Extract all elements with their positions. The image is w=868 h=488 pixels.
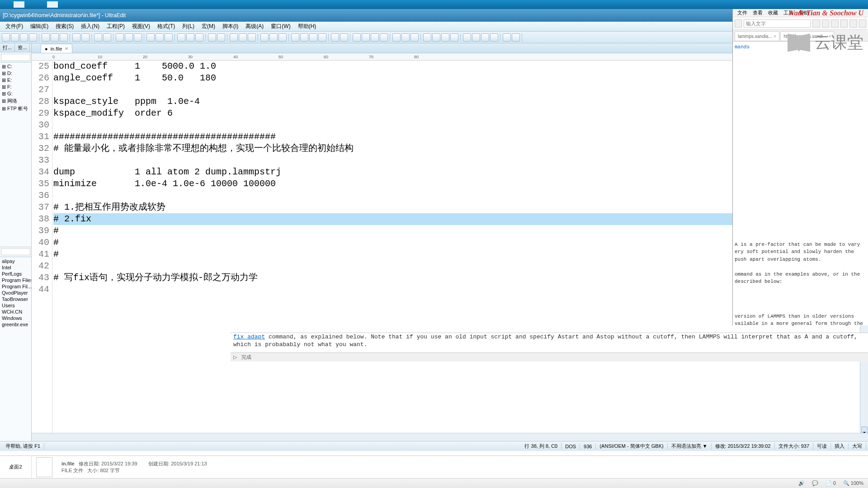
toolbar-button[interactable] [51,33,59,42]
sidebar-search-input[interactable] [1,54,30,61]
drive-item[interactable]: ⊞ C: [1,63,30,70]
toolbar-button[interactable] [72,33,80,42]
toolbar-button[interactable] [410,33,419,42]
toolbar-button[interactable] [472,33,480,42]
toolbar-button[interactable] [230,33,238,42]
drive-item[interactable]: ⊞ E: [1,77,30,84]
horizontal-scrollbar[interactable] [32,433,868,441]
menu-item[interactable]: 工程(P) [103,22,128,31]
download-icon[interactable] [840,19,848,28]
toolbar-button[interactable] [309,33,317,42]
toolbar-button[interactable] [195,33,203,42]
chat-icon[interactable]: 💬 [812,480,818,486]
toolbar-button[interactable] [217,33,225,42]
toolbar-button[interactable] [269,33,278,42]
folder-item[interactable]: Windows [1,315,30,321]
folder-item[interactable]: QvodPlayer [1,290,30,296]
toolbar-button[interactable] [362,33,370,42]
drive-item[interactable]: ⊞ FTP 帐号 [1,105,30,113]
toolbar-button[interactable] [146,33,155,42]
toolbar-button[interactable] [503,33,511,42]
fullscreen-icon[interactable] [849,19,857,28]
tab-close-icon[interactable]: ✕ [65,46,68,51]
menu-item[interactable]: 帮助(H) [294,22,320,31]
folder-item[interactable]: Program Fil... [1,283,30,290]
toolbar-button[interactable] [463,33,471,42]
toolbar-button[interactable] [318,33,326,42]
menu-item[interactable]: 高级(A) [242,22,267,31]
folder-item[interactable]: alipay [1,258,30,264]
scroll-down-icon[interactable]: ▼ [861,427,868,433]
toolbar-button[interactable] [2,33,10,42]
favorite-icon[interactable] [859,19,866,28]
toolbar-button[interactable] [81,33,90,42]
toolbar-button[interactable] [29,33,37,42]
drive-item[interactable]: ⊞ D: [1,70,30,77]
toolbar-button[interactable] [156,33,164,42]
sidebar-filter-input[interactable] [1,248,30,255]
play-icon[interactable]: ▷ [233,354,237,360]
browser-menu-item[interactable]: 文件 [737,9,747,16]
toolbar-button[interactable] [11,33,19,42]
toolbar-button[interactable] [490,33,498,42]
doc-link[interactable]: fix adapt [233,333,265,340]
toolbar-button[interactable] [331,33,339,42]
folder-item[interactable]: PerfLogs [1,271,30,277]
content-link[interactable]: mands [735,44,750,50]
address-input[interactable] [744,19,811,28]
editor-tab[interactable]: ● in.file ✕ [41,44,72,53]
toolbar-button[interactable] [300,33,308,42]
toolbar-button[interactable] [353,33,361,42]
taskbar-icon[interactable] [14,1,24,8]
toolbar-button[interactable] [278,33,287,42]
toolbar-button[interactable] [94,33,102,42]
toolbar-button[interactable] [371,33,379,42]
toolbar-button[interactable] [423,33,431,42]
toolbar-button[interactable] [208,33,216,42]
toolbar-button[interactable] [177,33,185,42]
browser-tab[interactable]: lammps.sandia...× [735,31,779,41]
toolbar-button[interactable] [450,33,458,42]
drive-item[interactable]: ⊞ 网络 [1,97,30,105]
folder-item[interactable]: Intel [1,264,30,271]
toolbar-button[interactable] [42,33,50,42]
toolbar-button[interactable] [441,33,449,42]
toolbar-button[interactable] [512,33,520,42]
toolbar-button[interactable] [165,33,173,42]
toolbar-button[interactable] [186,33,194,42]
toolbar-button[interactable] [432,33,440,42]
tab-close-icon[interactable]: × [774,34,777,39]
status-syntax[interactable]: 不用语法加亮 ▼ [668,443,712,450]
toolbar-button[interactable] [481,33,489,42]
toolbar-button[interactable] [103,33,111,42]
search-icon[interactable] [812,19,820,28]
toolbar-button[interactable] [401,33,410,42]
browser-menu-item[interactable]: 查看 [753,9,763,16]
menu-item[interactable]: 编辑(E) [27,22,52,31]
menu-item[interactable]: 格式(T) [154,22,179,31]
menu-item[interactable]: 宏(M) [198,22,219,31]
folder-item[interactable]: TaoBrowser [1,296,30,302]
desktop-shortcut[interactable]: 桌面2 [0,456,32,478]
menu-item[interactable]: 插入(N) [77,22,103,31]
toolbar-button[interactable] [291,33,299,42]
sound-icon[interactable]: 🔊 [798,480,805,486]
toolbar-button[interactable] [380,33,388,42]
toolbar-button[interactable] [392,33,401,42]
toolbar-button[interactable] [340,33,348,42]
toolbar-button[interactable] [20,33,28,42]
folder-item[interactable]: Users [1,302,30,309]
refresh-icon[interactable] [822,19,829,28]
menu-item[interactable]: 文件(F) [2,22,27,31]
menu-item[interactable]: 窗口(W) [267,22,294,31]
toolbar-button[interactable] [60,33,68,42]
toolbar-button[interactable] [248,33,256,42]
menu-item[interactable]: 列(L) [179,22,198,31]
star-icon[interactable] [735,19,742,28]
toolbar-button[interactable] [134,33,142,42]
drive-item[interactable]: ⊞ G: [1,90,30,97]
toolbar-button[interactable] [260,33,269,42]
drive-item[interactable]: ⊞ F: [1,84,30,90]
toolbar-button[interactable] [116,33,124,42]
menu-item[interactable]: 视图(V) [128,22,154,31]
